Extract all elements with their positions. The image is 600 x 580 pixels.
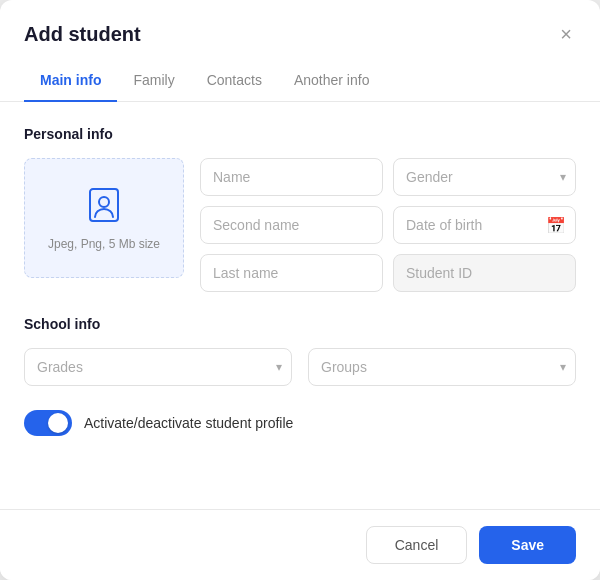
- second-name-input[interactable]: [200, 206, 383, 244]
- date-of-birth-input[interactable]: [393, 206, 576, 244]
- groups-select[interactable]: Groups: [308, 348, 576, 386]
- tab-contacts[interactable]: Contacts: [191, 60, 278, 102]
- svg-point-1: [99, 197, 109, 207]
- name-input[interactable]: [200, 158, 383, 196]
- cancel-button[interactable]: Cancel: [366, 526, 468, 564]
- save-button[interactable]: Save: [479, 526, 576, 564]
- student-id-field-wrapper: [393, 254, 576, 292]
- name-field-wrapper: [200, 158, 383, 196]
- tab-another-info[interactable]: Another info: [278, 60, 386, 102]
- grades-select-wrapper: Grades ▾: [24, 348, 292, 386]
- photo-label: Jpeg, Png, 5 Mb size: [48, 237, 160, 251]
- grades-select[interactable]: Grades: [24, 348, 292, 386]
- modal-title: Add student: [24, 23, 141, 46]
- school-info-section: School info Grades ▾ Groups ▾: [24, 316, 576, 386]
- school-dropdowns: Grades ▾ Groups ▾: [24, 348, 576, 386]
- date-of-birth-wrapper: 📅: [393, 206, 576, 244]
- tab-family[interactable]: Family: [117, 60, 190, 102]
- personal-info-row: Jpeg, Png, 5 Mb size Gender Male Female …: [24, 158, 576, 292]
- toggle-label: Activate/deactivate student profile: [84, 415, 293, 431]
- school-info-title: School info: [24, 316, 576, 332]
- toggle-row: Activate/deactivate student profile: [24, 410, 576, 436]
- tabs-bar: Main info Family Contacts Another info: [0, 60, 600, 102]
- add-student-modal: Add student × Main info Family Contacts …: [0, 0, 600, 580]
- second-name-field-wrapper: [200, 206, 383, 244]
- last-name-field-wrapper: [200, 254, 383, 292]
- personal-info-title: Personal info: [24, 126, 576, 142]
- groups-select-wrapper: Groups ▾: [308, 348, 576, 386]
- gender-select[interactable]: Gender Male Female: [393, 158, 576, 196]
- person-icon: [84, 185, 124, 229]
- close-button[interactable]: ×: [556, 20, 576, 48]
- tab-main-info[interactable]: Main info: [24, 60, 117, 102]
- personal-fields-grid: Gender Male Female ▾ 📅: [200, 158, 576, 292]
- last-name-input[interactable]: [200, 254, 383, 292]
- photo-upload-area[interactable]: Jpeg, Png, 5 Mb size: [24, 158, 184, 278]
- modal-footer: Cancel Save: [0, 509, 600, 580]
- modal-body: Personal info Jpeg, Png, 5 Mb size: [0, 102, 600, 509]
- gender-select-wrapper: Gender Male Female ▾: [393, 158, 576, 196]
- modal-header: Add student ×: [0, 0, 600, 48]
- student-id-input[interactable]: [393, 254, 576, 292]
- activate-toggle[interactable]: [24, 410, 72, 436]
